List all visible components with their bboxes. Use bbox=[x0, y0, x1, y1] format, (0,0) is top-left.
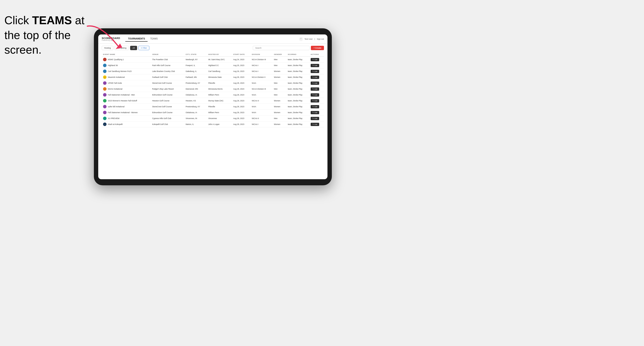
cell-city-0: Newburgh, NY bbox=[184, 57, 207, 63]
team-logo-5: ● bbox=[103, 87, 106, 91]
cell-hosted-8: Pikeville bbox=[207, 104, 232, 110]
edit-button-4[interactable]: ✎ Edit bbox=[311, 82, 319, 85]
nav-links: TOURNAMENTS TEAMS bbox=[125, 36, 299, 42]
tournaments-table: EVENT NAME VENUE CITY, STATE HOSTED BY S… bbox=[102, 52, 324, 127]
edit-button-2[interactable]: ✎ Edit bbox=[311, 70, 319, 73]
event-name-7: 2023 Women's Hesston Fall Kickoff bbox=[108, 100, 137, 102]
cell-event-name-10: ● VU PREVIEW bbox=[102, 116, 151, 121]
hosting-filter[interactable]: Hosting bbox=[102, 46, 113, 50]
cell-event-name-1: ● Highland 36 bbox=[102, 63, 151, 68]
edit-icon-10: ✎ bbox=[312, 118, 314, 120]
cell-city-7: Hesston, KS bbox=[184, 98, 207, 104]
edit-icon-4: ✎ bbox=[312, 82, 314, 84]
table-row: ● Highland 36 Park Hills Golf Course Fre… bbox=[102, 63, 324, 68]
cell-actions-7: ✎ Edit bbox=[309, 98, 324, 104]
edit-button-9[interactable]: ✎ Edit bbox=[311, 111, 319, 114]
edit-button-10[interactable]: ✎ Edit bbox=[311, 117, 319, 120]
cell-venue-3: Faribault Golf Club bbox=[151, 74, 184, 80]
cell-venue-0: The Powelton Club bbox=[151, 57, 184, 63]
edit-button-0[interactable]: ✎ Edit bbox=[311, 58, 319, 61]
cell-division-8: NAIA bbox=[250, 104, 273, 110]
cell-venue-9: Edmundson Golf Course bbox=[151, 110, 184, 116]
edit-icon-2: ✎ bbox=[312, 70, 314, 72]
table-row: ● 2023 Women's Hesston Fall Kickoff Hess… bbox=[102, 98, 324, 104]
cell-venue-2: Lake Bracken Country Club bbox=[151, 68, 184, 74]
edit-icon-8: ✎ bbox=[312, 106, 314, 108]
tablet-screen: SCOREBOARD Powered by clippit TOURNAMENT… bbox=[98, 34, 328, 179]
cell-date-1: Aug 25, 2023 bbox=[232, 63, 250, 68]
edit-button-5[interactable]: ✎ Edit bbox=[311, 87, 319, 91]
cell-gender-10: Men bbox=[273, 116, 286, 121]
edit-button-11[interactable]: ✎ Edit bbox=[311, 123, 319, 126]
filter-button[interactable]: ≡ Filter bbox=[138, 46, 149, 50]
th-event-name: EVENT NAME bbox=[102, 52, 151, 57]
edit-button-1[interactable]: ✎ Edit bbox=[311, 64, 319, 67]
cell-date-6: Aug 28, 2023 bbox=[232, 92, 250, 98]
cell-hosted-5: Minnesota-Morris bbox=[207, 86, 232, 92]
cell-gender-1: Men bbox=[273, 63, 286, 68]
edit-icon-3: ✎ bbox=[312, 76, 314, 78]
cell-hosted-3: Minnesota State bbox=[207, 74, 232, 80]
th-start-date: START DATE bbox=[232, 52, 250, 57]
cell-gender-8: Women bbox=[273, 104, 286, 110]
search-input[interactable] bbox=[253, 46, 310, 50]
filter-icon: ≡ bbox=[141, 47, 142, 49]
settings-icon[interactable]: ⚙ bbox=[299, 37, 303, 41]
cell-date-0: Aug 24, 2023 bbox=[232, 57, 250, 63]
event-name-2: Carl Sandburg Women FA23 bbox=[108, 70, 132, 72]
tablet-frame: SCOREBOARD Powered by clippit TOURNAMENT… bbox=[94, 28, 332, 185]
table-row: ● Carl Sandburg Women FA23 Lake Bracken … bbox=[102, 68, 324, 74]
team-logo-11: ● bbox=[103, 123, 106, 126]
th-actions: ACTIONS bbox=[309, 52, 324, 57]
nav-right: ⚙ Test User | Sign out bbox=[299, 37, 324, 41]
sign-out-link[interactable]: Sign out bbox=[317, 38, 324, 40]
edit-button-3[interactable]: ✎ Edit bbox=[311, 76, 319, 79]
cell-division-4: NAIA bbox=[250, 80, 273, 86]
cell-date-2: Aug 26, 2023 bbox=[232, 68, 250, 74]
th-scoring: SCORING bbox=[286, 52, 309, 57]
cell-gender-4: Men bbox=[273, 80, 286, 86]
team-logo-8: ● bbox=[103, 105, 106, 108]
edit-icon-0: ✎ bbox=[312, 59, 314, 61]
event-name-8: upike fall invitational bbox=[108, 106, 124, 108]
instruction-bold: TEAMS bbox=[32, 14, 72, 27]
top-nav: SCOREBOARD Powered by clippit TOURNAMENT… bbox=[98, 34, 328, 44]
cell-gender-7: Women bbox=[273, 98, 286, 104]
cell-event-name-5: ● Morris Invitational bbox=[102, 86, 151, 92]
cell-hosted-7: Murray State (OK) bbox=[207, 98, 232, 104]
table-header-row: EVENT NAME VENUE CITY, STATE HOSTED BY S… bbox=[102, 52, 324, 57]
edit-button-6[interactable]: ✎ Edit bbox=[311, 93, 319, 97]
cell-venue-8: StoneCrest Golf Course bbox=[151, 104, 184, 110]
team-logo-4: ● bbox=[103, 81, 106, 85]
competing-filter[interactable]: Competing bbox=[114, 46, 129, 50]
cell-city-4: Prestonsburg, KY bbox=[184, 80, 207, 86]
cell-actions-0: ✎ Edit bbox=[309, 57, 324, 63]
cell-date-10: Aug 28, 2023 bbox=[232, 116, 250, 121]
team-logo-1: ● bbox=[103, 64, 106, 67]
nav-separator: | bbox=[314, 38, 315, 40]
edit-icon-1: ✎ bbox=[312, 65, 314, 66]
cell-hosted-6: William Penn bbox=[207, 92, 232, 98]
table-row: ● MSMC Qualifying 1 The Powelton Club Ne… bbox=[102, 57, 324, 63]
all-filter[interactable]: All bbox=[130, 46, 137, 50]
table-body: ● MSMC Qualifying 1 The Powelton Club Ne… bbox=[102, 57, 324, 127]
cell-scoring-9: team, Stroke Play bbox=[286, 110, 309, 116]
team-logo-9: ● bbox=[103, 111, 106, 114]
event-name-3: Maverick Invitational bbox=[108, 76, 125, 78]
cell-hosted-9: William Penn bbox=[207, 110, 232, 116]
nav-tournaments[interactable]: TOURNAMENTS bbox=[125, 36, 148, 42]
cell-date-7: Aug 28, 2023 bbox=[232, 98, 250, 104]
edit-button-8[interactable]: ✎ Edit bbox=[311, 105, 319, 108]
edit-button-7[interactable]: ✎ Edit bbox=[311, 99, 319, 102]
cell-division-5: NCAA Division III bbox=[250, 86, 273, 92]
cell-actions-1: ✎ Edit bbox=[309, 63, 324, 68]
team-logo-6: ● bbox=[103, 93, 106, 97]
create-button[interactable]: + Create bbox=[311, 46, 324, 50]
cell-gender-9: Women bbox=[273, 110, 286, 116]
nav-teams[interactable]: TEAMS bbox=[148, 36, 160, 42]
team-logo-10: ● bbox=[103, 117, 106, 120]
cell-hosted-10: Vincennes bbox=[207, 116, 232, 121]
cell-division-1: NICAA I bbox=[250, 63, 273, 68]
cell-date-11: Aug 28, 2023 bbox=[232, 121, 250, 127]
cell-city-11: Marion, IL bbox=[184, 121, 207, 127]
